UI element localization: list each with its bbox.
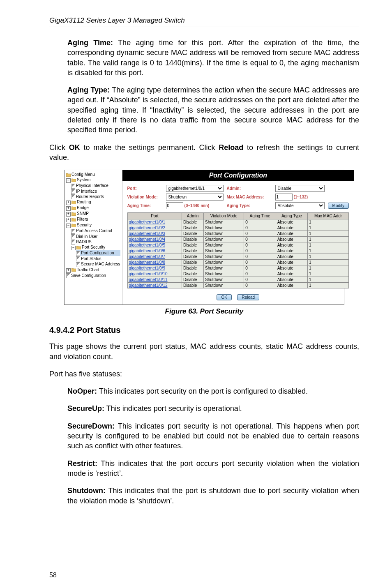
label-restrict: Restrict:	[67, 459, 97, 468]
tree-node-label: Routing	[77, 200, 91, 204]
tree-node[interactable]: −Security	[66, 222, 120, 228]
expand-icon[interactable]: +	[66, 206, 71, 211]
table-row[interactable]: gigabitethernet1/0/4DisableShutdown0Abso…	[127, 237, 348, 242]
tree-node-label: System	[77, 178, 90, 182]
input-agingtime[interactable]	[166, 202, 183, 209]
table-cell: Shutdown	[204, 219, 244, 225]
table-cell: Shutdown	[204, 231, 244, 237]
tree-node-label: Port Security	[82, 245, 105, 249]
tree-node[interactable]: −System	[66, 177, 120, 183]
tree-node[interactable]: Secure MAC Address	[76, 261, 120, 267]
screenshot-port-configuration: Config Menu−SystemPhysical InterfaceIP I…	[64, 170, 344, 305]
document-icon	[76, 256, 80, 261]
select-admin[interactable]: Disable	[275, 185, 325, 192]
expand-icon[interactable]: +	[66, 218, 71, 222]
table-cell: Shutdown	[204, 271, 244, 277]
table-cell: 0	[244, 225, 276, 231]
tree-node[interactable]: +Routing	[66, 199, 120, 205]
tree-node[interactable]: RADIUS	[71, 239, 120, 244]
tree-node[interactable]: +SNMP	[66, 211, 120, 217]
table-row[interactable]: gigabitethernet1/0/1DisableShutdown0Abso…	[127, 219, 348, 225]
table-row[interactable]: gigabitethernet1/0/5DisableShutdown0Abso…	[127, 242, 348, 248]
para-q1: This page shows the current port status,…	[49, 341, 359, 362]
modify-button[interactable]: Modify	[328, 203, 349, 209]
table-cell: gigabitethernet1/0/6	[127, 248, 182, 254]
panel-title: Port Configuration	[122, 170, 354, 181]
table-row[interactable]: gigabitethernet1/0/9DisableShutdown0Abso…	[127, 265, 348, 271]
input-maxmac[interactable]	[275, 194, 293, 201]
folder-icon	[71, 268, 76, 272]
table-row[interactable]: gigabitethernet1/0/2DisableShutdown0Abso…	[127, 225, 348, 231]
text-shutdown: This indicates that the port is shutdown…	[67, 487, 359, 505]
folder-icon	[71, 178, 76, 182]
tree-node[interactable]: Physical Interface	[71, 183, 120, 188]
table-row[interactable]: gigabitethernet1/0/6DisableShutdown0Abso…	[127, 248, 348, 254]
tree-node[interactable]: −Port Security	[71, 244, 120, 250]
document-icon	[71, 189, 75, 194]
figure-caption: Figure 63. Port Security	[49, 307, 359, 316]
table-cell: 1	[308, 231, 349, 237]
table-row[interactable]: gigabitethernet1/0/10DisableShutdown0Abs…	[127, 271, 348, 277]
label-agingtype: Aging Type:	[227, 203, 272, 208]
select-port[interactable]: gigabitethernet1/0/1	[166, 185, 224, 192]
table-row[interactable]: gigabitethernet1/0/12DisableShutdown0Abs…	[127, 283, 348, 288]
document-icon	[71, 234, 75, 239]
expand-icon[interactable]: +	[66, 201, 71, 205]
document-icon	[66, 273, 70, 278]
para-secureup: SecureUp: This indicates port security i…	[49, 404, 359, 413]
select-agingtype[interactable]: Absolute	[275, 202, 325, 209]
para-aging-type: Aging Type: The aging type determines th…	[49, 85, 359, 135]
table-cell: 1	[308, 277, 349, 283]
table-cell: Absolute	[276, 231, 307, 237]
table-cell: 1	[308, 242, 349, 248]
expand-icon[interactable]: +	[66, 212, 71, 217]
config-tree[interactable]: Config Menu−SystemPhysical InterfaceIP I…	[65, 170, 122, 304]
tree-node[interactable]: Port Access Control	[71, 228, 120, 233]
tree-node[interactable]: Port Status	[76, 256, 120, 261]
table-cell: gigabitethernet1/0/8	[127, 260, 182, 265]
table-cell: 0	[244, 254, 276, 260]
tree-node[interactable]: Config Menu	[66, 172, 120, 177]
tree-node[interactable]: Router Reports	[71, 194, 120, 199]
expand-icon[interactable]: −	[66, 224, 71, 228]
table-cell: Shutdown	[204, 277, 244, 283]
tree-node[interactable]: +Traffic Chart	[66, 267, 120, 273]
ok-button[interactable]: OK	[217, 294, 231, 300]
table-row[interactable]: gigabitethernet1/0/8DisableShutdown0Abso…	[127, 260, 348, 265]
table-cell: gigabitethernet1/0/5	[127, 242, 182, 248]
heading-port-status: 4.9.4.2 Port Status	[49, 325, 359, 335]
p3-pre: Click	[49, 143, 69, 152]
table-cell: Shutdown	[204, 254, 244, 260]
tree-node[interactable]: Save Configuration	[66, 273, 120, 278]
label-admin: Admin:	[227, 186, 272, 191]
table-cell: 0	[244, 260, 276, 265]
text-nooper: This indicates port security on the port…	[97, 387, 308, 395]
table-cell: Absolute	[276, 237, 307, 242]
p3-reload: Reload	[219, 143, 243, 152]
tree-node-label: Config Menu	[71, 172, 95, 177]
tree-node[interactable]: +Bridge	[66, 205, 120, 211]
table-cell: 0	[244, 219, 276, 225]
tree-node[interactable]: IP Interface	[71, 189, 120, 194]
table-row[interactable]: gigabitethernet1/0/3DisableShutdown0Abso…	[127, 231, 348, 237]
table-cell: Absolute	[276, 265, 307, 271]
table-cell: Disable	[182, 225, 204, 231]
select-violation[interactable]: Shutdown	[166, 194, 224, 201]
label-agingtime: Aging Time:	[127, 203, 163, 208]
table-header: Admin	[182, 213, 204, 219]
table-cell: 0	[244, 265, 276, 271]
table-row[interactable]: gigabitethernet1/0/7DisableShutdown0Abso…	[127, 254, 348, 260]
folder-icon	[71, 218, 76, 221]
reload-button[interactable]: Reload	[237, 294, 259, 300]
document-icon	[76, 251, 80, 256]
expand-icon[interactable]: −	[66, 178, 71, 183]
table-row[interactable]: gigabitethernet1/0/11DisableShutdown0Abs…	[127, 277, 348, 283]
expand-icon[interactable]: −	[71, 246, 76, 250]
tree-node[interactable]: Port Configuration	[76, 250, 120, 256]
label-maxmac: Max MAC Address:	[227, 195, 272, 199]
tree-node-label: Router Reports	[76, 194, 104, 199]
tree-node[interactable]: +Filters	[66, 217, 120, 222]
tree-node[interactable]: Dial-in User	[71, 234, 120, 239]
para-shutdown: Shutdown: This indicates that the port i…	[49, 486, 359, 506]
expand-icon[interactable]: +	[66, 268, 71, 273]
